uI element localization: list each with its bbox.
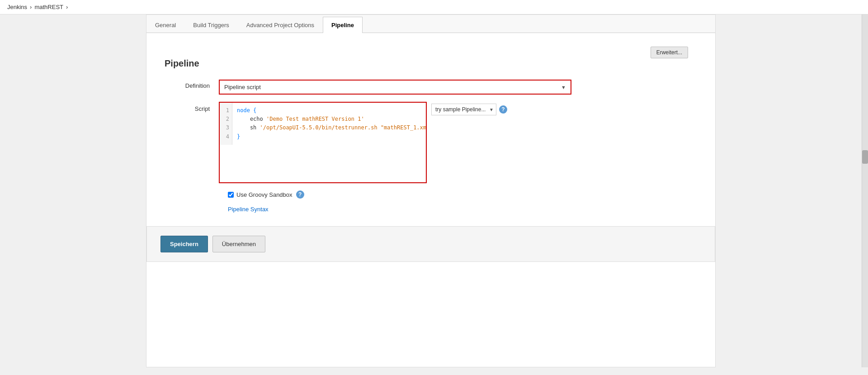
sample-select-container: try sample Pipeline... ▼: [431, 104, 496, 115]
breadcrumb-jenkins[interactable]: Jenkins: [7, 4, 27, 10]
tab-pipeline[interactable]: Pipeline: [323, 17, 363, 33]
scrollbar[interactable]: [862, 14, 868, 367]
scrollbar-thumb[interactable]: [862, 150, 868, 164]
erweitert-button[interactable]: Erweitert...: [651, 47, 688, 58]
apply-button[interactable]: Übernehmen: [212, 236, 265, 252]
pipeline-title: Pipeline: [165, 58, 697, 69]
tab-general[interactable]: General: [146, 17, 184, 33]
pipeline-syntax-link[interactable]: Pipeline Syntax: [228, 206, 269, 213]
script-editor[interactable]: 1 2 3 4 node { echo 'Demo Test mathREST …: [219, 102, 427, 183]
line-numbers: 1 2 3 4: [220, 103, 232, 145]
definition-select-wrapper: Pipeline script Pipeline script from SCM…: [219, 80, 571, 95]
tab-build-triggers[interactable]: Build Triggers: [184, 17, 237, 33]
groovy-sandbox-text: Use Groovy Sandbox: [236, 191, 292, 198]
groovy-help-icon[interactable]: ?: [296, 190, 304, 199]
breadcrumb-sep2: ›: [66, 4, 68, 10]
buttons-section: Speichern Übernehmen: [146, 226, 715, 262]
breadcrumb-sep1: ›: [30, 4, 32, 10]
definition-label: Definition: [165, 80, 219, 89]
breadcrumb-mathrest[interactable]: mathREST: [34, 4, 63, 10]
tab-advanced-project-options[interactable]: Advanced Project Options: [238, 17, 323, 33]
sample-pipeline-wrapper: try sample Pipeline... ▼ ?: [431, 104, 507, 115]
groovy-sandbox-checkbox[interactable]: [228, 192, 234, 198]
code-content[interactable]: node { echo 'Demo Test mathREST Version …: [232, 103, 427, 145]
groovy-sandbox-label[interactable]: Use Groovy Sandbox: [228, 191, 292, 198]
script-help-icon[interactable]: ?: [499, 105, 507, 114]
try-sample-pipeline-select[interactable]: try sample Pipeline...: [431, 104, 496, 115]
definition-select[interactable]: Pipeline script Pipeline script from SCM: [220, 81, 571, 94]
save-button[interactable]: Speichern: [160, 236, 208, 252]
tabs-bar: General Build Triggers Advanced Project …: [146, 15, 715, 33]
script-label: Script: [165, 102, 219, 112]
